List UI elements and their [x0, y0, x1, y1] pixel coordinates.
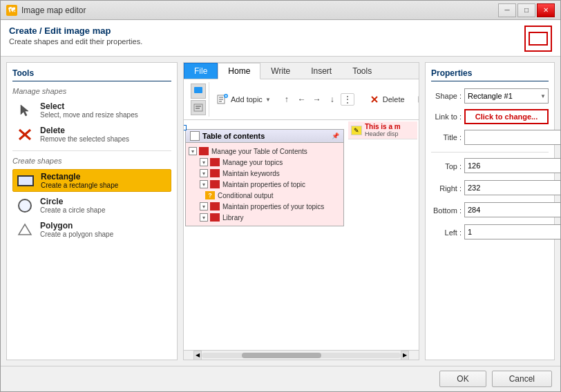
preview-panel: ✎ This is a m Header disp: [348, 121, 417, 139]
add-topic-dropdown-arrow: ▼: [265, 97, 271, 103]
toc-item-icon-5: [210, 202, 220, 210]
nav-more-btn[interactable]: ⋮: [341, 93, 354, 106]
link-to-button[interactable]: Click to change...: [464, 109, 549, 124]
bottom-input-wrap: ▲ ▼: [464, 202, 560, 219]
top-input[interactable]: [464, 158, 560, 173]
preview-subtitle: Header disp: [365, 130, 401, 137]
select-tool-desc: Select, move and resize shapes: [40, 111, 138, 119]
expand-icon-0[interactable]: ▾: [189, 147, 197, 155]
title-row: Title :: [431, 130, 549, 145]
ribbon-delete-button[interactable]: Delete: [364, 92, 410, 107]
expand-icon-2[interactable]: ▾: [200, 169, 208, 177]
toc-item-0[interactable]: ▾ Manage your Table of Contents: [186, 146, 343, 157]
nav-right-btn[interactable]: →: [310, 93, 324, 106]
scrollbar-thumb[interactable]: [242, 353, 321, 358]
tab-home[interactable]: Home: [218, 63, 260, 79]
tools-panel-title: Tools: [12, 68, 171, 81]
toc-title: Table of contents: [202, 132, 265, 140]
create-shapes-title: Create shapes: [12, 157, 171, 165]
title-input[interactable]: [464, 130, 560, 145]
polygon-tool-name: Polygon: [40, 221, 113, 231]
nav-up-btn[interactable]: ↑: [280, 93, 294, 106]
toc-item-label-0: Manage your Table of Contents: [211, 148, 307, 155]
bottom-row: Bottom : ▲ ▼: [431, 202, 549, 219]
svg-rect-5: [194, 94, 202, 95]
delete-icon: [15, 127, 35, 142]
shape-select-wrap: Rectangle #1: [464, 88, 549, 104]
toc-item-label-6: Library: [222, 214, 244, 222]
nav-down-btn[interactable]: ↓: [325, 93, 339, 106]
right-label: Right :: [431, 184, 462, 193]
circle-tool[interactable]: Circle Create a circle shape: [12, 195, 171, 216]
rectangle-tool[interactable]: Rectangle Create a rectangle shape: [12, 169, 171, 192]
toc-item-4[interactable]: ? Conditional output: [186, 190, 343, 201]
document-viewer: Table of contents 📌 ▾ Manage: [184, 120, 419, 350]
canvas-area[interactable]: Table of contents 📌 ▾ Manage: [184, 120, 419, 350]
shape-row: Shape : Rectangle #1: [431, 88, 549, 104]
expand-icon-5[interactable]: ▾: [200, 202, 208, 210]
close-button[interactable]: ✕: [537, 3, 555, 17]
scrollbar-track[interactable]: [202, 353, 401, 358]
ribbon-nav-group: ↑ ← → ↓ ⋮: [278, 92, 356, 107]
ribbon: File Home Write Insert Tools: [184, 63, 419, 120]
manage-shapes-title: Manage shapes: [12, 87, 171, 95]
rectangle-icon: [16, 173, 35, 188]
toc-item-label-3: Maintain properties of topic: [222, 181, 305, 188]
cancel-button[interactable]: Cancel: [492, 371, 552, 387]
tab-write[interactable]: Write: [260, 63, 301, 79]
add-topic-icon: [217, 94, 228, 105]
tab-file[interactable]: File: [184, 63, 218, 79]
canvas-content: Table of contents 📌 ▾ Manage: [184, 120, 419, 350]
scroll-left-button[interactable]: ◀: [193, 351, 202, 360]
ribbon-icon-2[interactable]: [191, 100, 206, 115]
select-tool-name: Select: [40, 101, 138, 111]
toc-content: ▾ Manage your Table of Contents ▾ Manage: [186, 143, 343, 226]
left-input[interactable]: [464, 224, 560, 239]
circle-tool-desc: Create a circle shape: [40, 206, 106, 214]
expand-icon-1[interactable]: ▾: [200, 158, 208, 166]
expand-icon-3[interactable]: ▾: [200, 180, 208, 188]
right-row: Right : ▲ ▼: [431, 180, 549, 197]
toc-item-2[interactable]: ▾ Maintain keywords: [186, 168, 343, 179]
svg-rect-18: [419, 97, 419, 102]
toc-item-6[interactable]: ▾ Library: [186, 212, 343, 223]
delete-tool[interactable]: Delete Remove the selected shapes: [12, 124, 171, 145]
toc-item-1[interactable]: ▾ Manage your topics: [186, 157, 343, 168]
shape-select[interactable]: Rectangle #1: [464, 88, 549, 104]
minimize-button[interactable]: ─: [498, 3, 516, 17]
tab-insert[interactable]: Insert: [301, 63, 342, 79]
toc-item-icon-2: [210, 169, 220, 177]
toc-item-label-1: Manage your topics: [222, 159, 283, 166]
ribbon-tabs: File Home Write Insert Tools: [184, 63, 419, 79]
left-row: Left : ▲ ▼: [431, 224, 549, 241]
shape-label: Shape :: [431, 92, 462, 100]
ribbon-delete-label: Delete: [383, 95, 405, 104]
select-tool[interactable]: Select Select, move and resize shapes: [12, 99, 171, 121]
polygon-icon: [15, 222, 35, 237]
app-icon: 🗺: [6, 5, 17, 16]
center-panel: File Home Write Insert Tools: [183, 62, 419, 360]
left-input-wrap: ▲ ▼: [464, 224, 560, 241]
preview-title: This is a m: [365, 123, 401, 130]
svg-rect-6: [194, 104, 202, 111]
add-topic-button[interactable]: Add topic ▼: [212, 92, 276, 107]
ok-button[interactable]: OK: [439, 371, 486, 387]
ribbon-icon-1[interactable]: [191, 84, 206, 99]
svg-marker-0: [21, 105, 28, 116]
maximize-button[interactable]: □: [517, 3, 535, 17]
right-input-wrap: ▲ ▼: [464, 180, 560, 197]
right-input[interactable]: [464, 180, 560, 195]
tab-tools[interactable]: Tools: [342, 63, 382, 79]
scroll-right-button[interactable]: ▶: [401, 351, 409, 360]
expand-icon-6[interactable]: ▾: [200, 213, 208, 222]
polygon-tool[interactable]: Polygon Create a polygon shape: [12, 219, 171, 240]
ribbon-rename-button[interactable]: Rename: [412, 92, 419, 107]
nav-left-btn[interactable]: ←: [295, 93, 309, 106]
toc-item-5[interactable]: ▾ Maintain properties of your topics: [186, 201, 343, 212]
toc-item-label-2: Maintain keywords: [222, 170, 280, 177]
link-to-label: Link to :: [431, 112, 462, 121]
toc-item-3[interactable]: ▾ Maintain properties of topic: [186, 179, 343, 190]
bottom-input[interactable]: [464, 202, 560, 217]
add-topic-label: Add topic: [231, 95, 263, 104]
toc-item-icon-1: [210, 158, 220, 166]
